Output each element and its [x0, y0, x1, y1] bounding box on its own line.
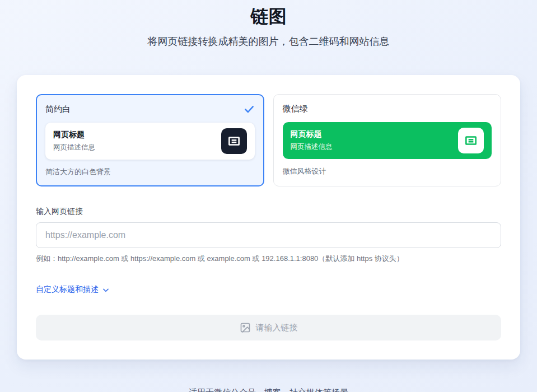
generate-button-label: 请输入链接 [256, 323, 298, 333]
template-description: 微信风格设计 [283, 166, 492, 176]
url-input[interactable] [36, 222, 501, 248]
customize-toggle-button[interactable]: 自定义标题和描述 [36, 284, 110, 295]
template-head: 简约白 [45, 104, 255, 115]
preview-title: 网页标题 [291, 129, 333, 139]
preview-desc: 网页描述信息 [291, 142, 333, 152]
preview-desc: 网页描述信息 [53, 143, 95, 152]
customize-row: 自定义标题和描述 [36, 284, 501, 295]
template-card-wechat-green[interactable]: 微信绿 网页标题 网页描述信息 微信风格设计 [273, 94, 502, 186]
page-title: 链图 [0, 4, 537, 28]
preview-texts: 网页标题 网页描述信息 [291, 129, 333, 152]
url-helper-text: 例如：http://example.com 或 https://example.… [36, 254, 501, 264]
preview-title: 网页标题 [53, 130, 95, 140]
customize-toggle-label: 自定义标题和描述 [36, 284, 99, 295]
url-input-label: 输入网页链接 [36, 207, 501, 217]
page-header: 链图 将网页链接转换成精美的图片，包含二维码和网站信息 [0, 0, 537, 48]
template-head: 微信绿 [283, 104, 492, 114]
card-icon [221, 128, 247, 154]
main-card: 简约白 网页标题 网页描述信息 简洁大方的白色背景 微信绿 [17, 75, 520, 360]
template-preview-white: 网页标题 网页描述信息 [45, 123, 255, 160]
preview-texts: 网页标题 网页描述信息 [53, 130, 95, 152]
template-description: 简洁大方的白色背景 [45, 167, 255, 177]
template-name: 简约白 [45, 104, 71, 115]
generate-button[interactable]: 请输入链接 [36, 315, 501, 340]
template-name: 微信绿 [283, 104, 308, 114]
check-icon [244, 104, 255, 115]
page-footer: 适用于微信公众号、博客、社交媒体等场景 [0, 388, 537, 392]
template-grid: 简约白 网页标题 网页描述信息 简洁大方的白色背景 微信绿 [36, 94, 501, 186]
template-card-simple-white[interactable]: 简约白 网页标题 网页描述信息 简洁大方的白色背景 [36, 94, 264, 186]
template-preview-green: 网页标题 网页描述信息 [283, 122, 492, 159]
image-icon [240, 322, 251, 333]
page-subtitle: 将网页链接转换成精美的图片，包含二维码和网站信息 [0, 35, 537, 48]
card-icon [458, 128, 484, 153]
chevron-down-icon [102, 286, 110, 294]
